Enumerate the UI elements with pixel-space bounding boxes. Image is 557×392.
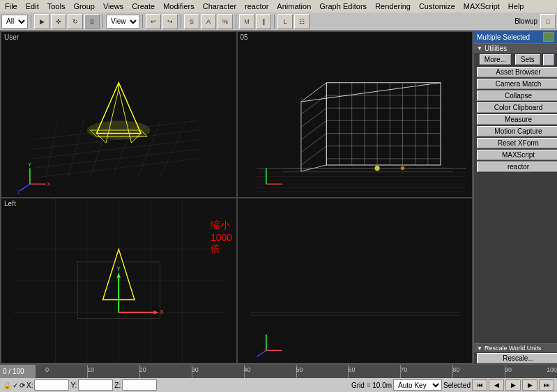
sets-btn[interactable]: Sets xyxy=(515,54,540,65)
right-panel-title: Multiple Selected xyxy=(477,33,530,41)
vp-left-label: Left xyxy=(4,200,16,207)
play-back-btn[interactable]: ⏮ xyxy=(472,379,487,391)
camera-match-btn[interactable]: Camera Match xyxy=(477,79,557,89)
main-layout: User xyxy=(0,31,557,364)
menu-maxscript[interactable]: MAXScript xyxy=(461,2,502,10)
autokey-dropdown[interactable]: Auto Key xyxy=(393,379,442,391)
lock-icon: 🔒 xyxy=(3,382,11,389)
align-btn[interactable]: ‖ xyxy=(256,14,271,29)
svg-text:X: X xyxy=(160,309,164,315)
tick-0 xyxy=(35,365,36,378)
z-coord-input[interactable] xyxy=(122,379,157,391)
menu-file[interactable]: File xyxy=(3,2,20,10)
right-panel-header: Multiple Selected xyxy=(474,31,557,43)
svg-rect-23 xyxy=(250,32,459,197)
label-40: 40 xyxy=(244,366,251,373)
menu-animation[interactable]: Animation xyxy=(275,2,313,10)
layer-btn[interactable]: L xyxy=(277,14,293,29)
menu-group[interactable]: Group xyxy=(71,2,97,10)
collapse-btn[interactable]: Collapse xyxy=(477,91,557,101)
rotate-tool-btn[interactable]: ↻ xyxy=(68,14,83,29)
blowup-label: Blowup xyxy=(513,17,539,25)
selected-label: Selected xyxy=(443,382,471,389)
move-tool-btn[interactable]: ✜ xyxy=(51,14,66,29)
view-dropdown[interactable]: View xyxy=(106,15,139,29)
label-10: 10 xyxy=(87,366,94,373)
toolbar-separator-6 xyxy=(274,15,275,29)
transform-icon: ⟳ xyxy=(20,382,25,389)
play-btn[interactable]: ▶ xyxy=(505,379,521,391)
vp-05-canvas xyxy=(238,32,473,197)
svg-text:Y: Y xyxy=(117,265,121,272)
svg-text:X: X xyxy=(47,181,50,187)
next-frame-btn[interactable]: ▶ xyxy=(522,379,537,391)
viewports-container: User xyxy=(0,31,473,364)
maxscript-btn[interactable]: MAXScript xyxy=(477,150,557,160)
x-coord-input[interactable] xyxy=(34,379,69,391)
svg-text:Y: Y xyxy=(28,162,31,168)
bottom-bar: 🔒 ✓ ⟳ X: Y: Z: Grid = 10.0m Auto Key Sel… xyxy=(0,378,557,392)
angle-snap-btn[interactable]: A xyxy=(201,14,216,29)
menu-customize[interactable]: Customize xyxy=(417,2,457,10)
undo-btn[interactable]: ↩ xyxy=(146,14,161,29)
viewport-user[interactable]: User xyxy=(1,31,237,198)
toolbar-separator-1 xyxy=(31,15,31,29)
play-fwd-btn[interactable]: ⏭ xyxy=(539,379,554,391)
label-80: 80 xyxy=(452,366,459,373)
menu-help[interactable]: Help xyxy=(506,2,526,10)
sets-icon-btn[interactable]: □ xyxy=(543,54,554,65)
snap-btn[interactable]: S xyxy=(184,14,199,29)
more-btn[interactable]: More... xyxy=(480,54,511,65)
color-clipboard-btn[interactable]: Color Clipboard xyxy=(477,102,557,113)
motion-capture-btn[interactable]: Motion Capture xyxy=(477,126,557,136)
asset-browser-btn[interactable]: Asset Browser xyxy=(477,67,557,77)
menu-tools[interactable]: Tools xyxy=(45,2,68,10)
y-coord-input[interactable] xyxy=(78,379,113,391)
scale-tool-btn[interactable]: S xyxy=(84,14,100,29)
menu-reactor[interactable]: reactor xyxy=(243,2,270,10)
vp-left-canvas: X Y xyxy=(1,198,236,363)
schematic-btn[interactable]: ☷ xyxy=(294,14,310,29)
viewport-left[interactable]: Left xyxy=(1,198,237,364)
menu-views[interactable]: Views xyxy=(101,2,125,10)
label-20: 20 xyxy=(139,366,146,373)
reactor-btn[interactable]: reactor xyxy=(477,162,557,172)
viewport-bottom-right[interactable] xyxy=(237,198,473,364)
frame-counter: 0 / 100 xyxy=(0,365,35,378)
menu-character[interactable]: Character xyxy=(201,2,238,10)
label-50: 50 xyxy=(296,366,303,373)
redo-btn[interactable]: ↪ xyxy=(162,14,178,29)
toolbar: All ▶ ✜ ↻ S View ↩ ↪ S A % M ‖ L ☷ Blowu… xyxy=(0,13,557,31)
toolbar-separator-2 xyxy=(102,15,103,29)
label-70: 70 xyxy=(400,366,407,373)
viewport-05[interactable]: 05 xyxy=(237,31,473,198)
select-tool-btn[interactable]: ▶ xyxy=(34,14,49,29)
check-icon: ✓ xyxy=(13,382,18,389)
menu-modifiers[interactable]: Modifiers xyxy=(161,2,197,10)
measure-btn[interactable]: Measure xyxy=(477,114,557,125)
menu-rendering[interactable]: Rendering xyxy=(373,2,413,10)
prev-frame-btn[interactable]: ◀ xyxy=(489,379,504,391)
menu-bar: File Edit Tools Group Views Create Modif… xyxy=(0,0,557,13)
menu-create[interactable]: Create xyxy=(130,2,157,10)
toolbar-separator-3 xyxy=(142,15,143,29)
y-axis-label: Y: xyxy=(70,382,77,389)
toolbar-separator-4 xyxy=(181,15,181,29)
menu-edit[interactable]: Edit xyxy=(24,2,41,10)
timeline-track[interactable]: 0 10 20 30 40 50 60 70 80 90 100 xyxy=(35,365,557,378)
rescale-btn[interactable]: Rescale... xyxy=(477,353,557,363)
label-0: 0 xyxy=(45,366,49,373)
percent-snap-btn[interactable]: % xyxy=(218,14,233,29)
blowup-btn[interactable]: □ xyxy=(540,14,556,29)
vp-br-canvas xyxy=(238,198,473,363)
svg-rect-76 xyxy=(250,198,459,363)
label-30: 30 xyxy=(192,366,199,373)
reset-xform-btn[interactable]: Reset XForm xyxy=(477,138,557,148)
right-panel-color-swatch[interactable] xyxy=(543,32,554,42)
mirror-btn[interactable]: M xyxy=(239,14,254,29)
label-100: 100 xyxy=(547,366,557,373)
mode-dropdown[interactable]: All xyxy=(1,15,28,29)
menu-graph-editors[interactable]: Graph Editors xyxy=(317,2,369,10)
timeline: 0 / 100 0 10 20 30 40 50 60 70 80 90 100 xyxy=(0,364,557,378)
x-axis-label: X: xyxy=(26,382,33,389)
